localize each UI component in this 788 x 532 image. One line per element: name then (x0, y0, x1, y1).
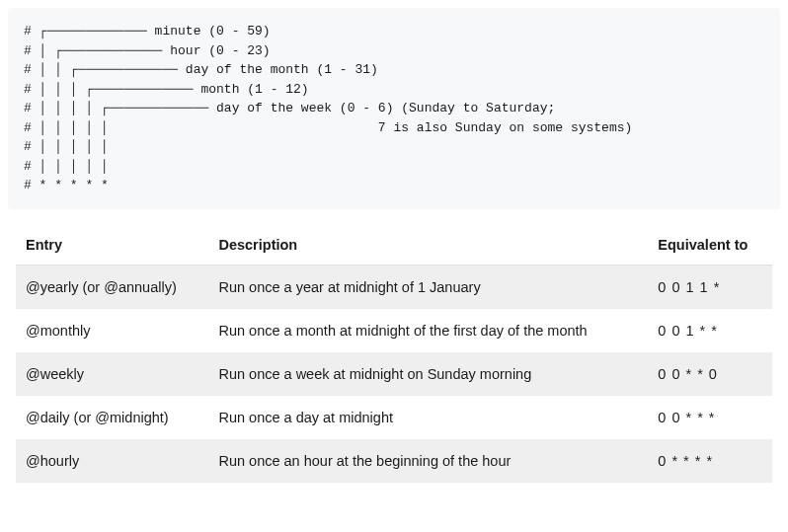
table-row: @hourly Run once an hour at the beginnin… (16, 439, 772, 483)
cell-equivalent: 0 0 * * 0 (648, 352, 772, 396)
cell-description: Run once an hour at the beginning of the… (208, 439, 648, 483)
cell-entry: @weekly (16, 352, 208, 396)
cell-entry: @monthly (16, 309, 208, 352)
cell-entry: @daily (or @midnight) (16, 396, 208, 439)
cron-shortcuts-table-wrap: Entry Description Equivalent to @yearly … (0, 217, 788, 498)
header-entry: Entry (16, 225, 208, 266)
table-header-row: Entry Description Equivalent to (16, 225, 772, 266)
cell-description: Run once a year at midnight of 1 January (208, 265, 648, 309)
cron-syntax-diagram: # ┌───────────── minute (0 - 59) # │ ┌──… (8, 8, 780, 209)
cell-equivalent: 0 * * * * (648, 439, 772, 483)
table-row: @monthly Run once a month at midnight of… (16, 309, 772, 352)
cell-entry: @hourly (16, 439, 208, 483)
cell-description: Run once a month at midnight of the firs… (208, 309, 648, 352)
header-equivalent: Equivalent to (648, 225, 772, 266)
table-row: @weekly Run once a week at midnight on S… (16, 352, 772, 396)
cell-equivalent: 0 0 * * * (648, 396, 772, 439)
cell-equivalent: 0 0 1 1 * (648, 265, 772, 309)
header-description: Description (208, 225, 648, 266)
cell-description: Run once a day at midnight (208, 396, 648, 439)
cell-equivalent: 0 0 1 * * (648, 309, 772, 352)
cell-entry: @yearly (or @annually) (16, 265, 208, 309)
cell-description: Run once a week at midnight on Sunday mo… (208, 352, 648, 396)
table-row: @yearly (or @annually) Run once a year a… (16, 265, 772, 309)
cron-shortcuts-table: Entry Description Equivalent to @yearly … (16, 225, 772, 483)
table-row: @daily (or @midnight) Run once a day at … (16, 396, 772, 439)
